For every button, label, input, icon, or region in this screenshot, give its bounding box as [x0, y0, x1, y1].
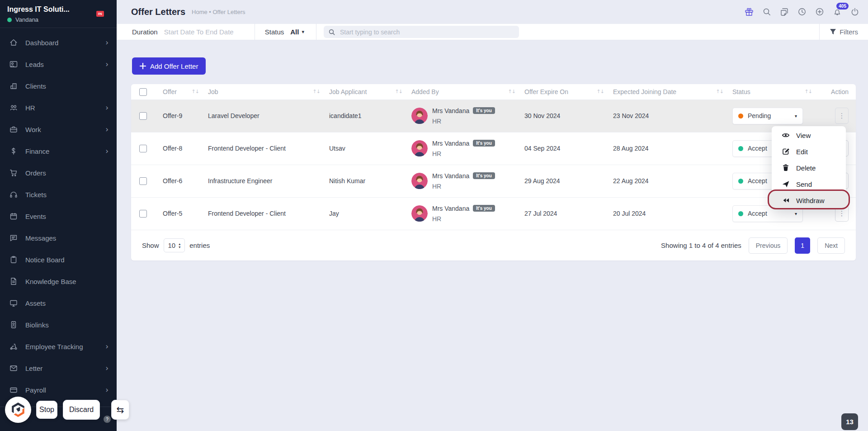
hr-icon — [9, 103, 18, 112]
chevron-right-icon: › — [105, 39, 108, 47]
column-header-offer[interactable]: Offer↑↓ — [158, 84, 203, 99]
discard-button[interactable]: Discard — [63, 400, 100, 420]
job-applicant-cell: Jay — [325, 197, 407, 230]
sidebar-item-finance[interactable]: Finance › — [0, 140, 117, 162]
row-actions-button[interactable]: ⋮ — [835, 108, 849, 124]
clock-icon[interactable] — [797, 7, 807, 17]
avatar — [411, 140, 428, 156]
sidebar-item-assets[interactable]: Assets — [0, 292, 117, 314]
step-counter-badge: 13 — [841, 413, 858, 430]
sidebar-item-knowledge-base[interactable]: Knowledge Base — [0, 270, 117, 292]
add-offer-letter-button[interactable]: Add Offer Letter — [132, 57, 206, 75]
search-box — [324, 26, 519, 38]
page-size-select[interactable]: 10 ▴▾ — [164, 238, 185, 252]
sidebar-item-dashboard[interactable]: Dashboard › — [0, 32, 117, 53]
search-input[interactable] — [340, 28, 514, 36]
calendar-icon — [9, 212, 18, 221]
menu-item-edit[interactable]: Edit — [772, 143, 846, 160]
separator — [255, 24, 255, 40]
plus-circle-icon[interactable] — [815, 7, 825, 17]
column-header-status[interactable]: Status↑↓ — [728, 84, 816, 99]
previous-page-button[interactable]: Previous — [749, 237, 788, 254]
offer-letters-table: Offer↑↓ Job↑↓ Job Applicant↑↓ Added By↑↓… — [131, 84, 856, 230]
sidebar-item-clients[interactable]: Clients — [0, 75, 117, 97]
column-header-job[interactable]: Job↑↓ — [203, 84, 325, 99]
menu-item-withdraw[interactable]: Withdraw — [772, 192, 846, 208]
withdraw-rewind-icon — [782, 196, 790, 204]
job-cell: Infrastructure Engineer — [203, 165, 325, 197]
menu-item-send[interactable]: Send — [772, 176, 846, 192]
scooter-icon — [9, 342, 18, 351]
offer-expire-cell: 30 Nov 2024 — [520, 99, 609, 132]
clients-icon — [9, 81, 18, 90]
sidebar-header: Ingress IT Soluti... IN Vandana — [0, 0, 117, 28]
sidebar-item-events[interactable]: Events — [0, 205, 117, 227]
job-cell: Frontend Developer - Client — [203, 132, 325, 165]
row-checkbox[interactable] — [139, 177, 147, 185]
status-dropdown[interactable]: Pending ▾ — [732, 108, 803, 124]
sort-icon: ↑↓ — [395, 89, 402, 95]
caret-down-icon: ▾ — [795, 211, 797, 216]
stop-button[interactable]: Stop — [36, 401, 57, 419]
offer-cell: Offer-9 — [158, 99, 203, 132]
sort-icon: ↑↓ — [597, 89, 604, 95]
swap-arrows-button[interactable]: ⇆ — [111, 400, 129, 420]
sidebar-item-work[interactable]: Work › — [0, 118, 117, 140]
page-1-button[interactable]: 1 — [795, 237, 810, 254]
help-badge[interactable]: ? — [104, 416, 111, 423]
chevron-right-icon: › — [105, 61, 108, 68]
status-filter-dropdown[interactable]: All ▾ — [290, 28, 304, 36]
search-icon[interactable] — [762, 7, 772, 17]
entries-label: entries — [189, 242, 210, 249]
sidebar-item-messages[interactable]: Messages — [0, 227, 117, 249]
row-checkbox[interactable] — [139, 112, 147, 120]
gift-icon[interactable] — [744, 7, 754, 17]
bell-icon[interactable]: 405 — [832, 7, 842, 17]
added-by-cell: Mrs Vandana It's you HR — [407, 197, 520, 230]
chat-icon — [9, 233, 18, 242]
column-header-added-by[interactable]: Added By↑↓ — [407, 84, 520, 99]
chevron-right-icon: › — [105, 343, 108, 350]
its-you-badge: It's you — [473, 205, 495, 212]
table-row: Offer-5 Frontend Developer - Client Jay … — [131, 197, 856, 230]
duration-label: Duration — [132, 28, 158, 36]
brand-logo — [10, 402, 26, 418]
sidebar-item-letter[interactable]: Letter › — [0, 357, 117, 379]
select-all-checkbox[interactable] — [139, 88, 147, 96]
sidebar-item-leads[interactable]: Leads › — [0, 53, 117, 75]
row-actions-menu: View Edit Delete Send Withdraw — [772, 126, 846, 209]
notes-icon[interactable] — [779, 7, 789, 17]
status-value: Accept — [748, 210, 767, 217]
table-row: Offer-9 Laravel Developer icandidate1 Mr… — [131, 99, 856, 132]
next-page-button[interactable]: Next — [817, 237, 845, 254]
company-name: Ingress IT Soluti... — [7, 5, 109, 14]
added-by-name: Mrs Vandana — [432, 107, 469, 114]
filters-button[interactable]: Filters — [819, 24, 868, 40]
row-checkbox[interactable] — [139, 210, 147, 218]
sidebar-item-hr[interactable]: HR › — [0, 97, 117, 118]
caret-down-icon: ▾ — [302, 29, 304, 35]
assistant-logo-button[interactable] — [5, 397, 31, 423]
sidebar-item-tickets[interactable]: Tickets — [0, 184, 117, 205]
job-applicant-cell: icandidate1 — [325, 99, 407, 132]
menu-item-delete[interactable]: Delete — [772, 160, 846, 176]
duration-input[interactable] — [164, 28, 255, 36]
online-status-dot — [7, 18, 12, 22]
sidebar-item-notice-board[interactable]: Notice Board — [0, 249, 117, 270]
sidebar-item-orders[interactable]: Orders — [0, 162, 117, 184]
wallet-icon — [9, 385, 18, 394]
sidebar-item-biolinks[interactable]: Biolinks — [0, 314, 117, 336]
column-header-offer-expire-on[interactable]: Offer Expire On↑↓ — [520, 84, 609, 99]
power-icon[interactable] — [850, 7, 860, 17]
stepper-arrows-icon: ▴▾ — [179, 242, 180, 249]
row-checkbox[interactable] — [139, 145, 147, 152]
menu-item-view[interactable]: View — [772, 127, 846, 143]
sidebar-item-employee-tracking[interactable]: Employee Tracking › — [0, 336, 117, 357]
column-header-job-applicant[interactable]: Job Applicant↑↓ — [325, 84, 407, 99]
chevron-right-icon: › — [105, 365, 108, 372]
job-cell: Laravel Developer — [203, 99, 325, 132]
column-header-expected-joining-date[interactable]: Expected Joining Date↑↓ — [609, 84, 728, 99]
status-value: Accept — [748, 145, 767, 152]
added-by-name: Mrs Vandana — [432, 172, 469, 180]
its-you-badge: It's you — [473, 140, 495, 147]
